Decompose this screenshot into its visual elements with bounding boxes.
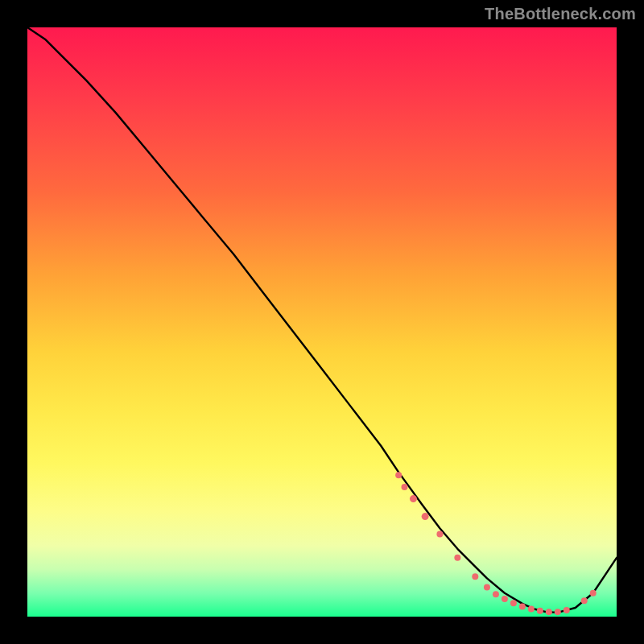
data-marker xyxy=(484,584,490,590)
data-marker xyxy=(422,513,429,520)
chart-svg xyxy=(27,27,617,617)
data-marker xyxy=(564,607,570,613)
data-marker xyxy=(590,590,597,597)
data-marker xyxy=(502,596,508,602)
data-marker xyxy=(581,597,588,604)
chart-frame: TheBottleneck.com xyxy=(0,0,644,644)
watermark-text: TheBottleneck.com xyxy=(485,5,636,23)
data-marker xyxy=(519,604,526,610)
data-marker xyxy=(555,609,561,615)
data-marker xyxy=(410,495,417,502)
data-marker xyxy=(493,591,499,597)
data-marker xyxy=(454,555,460,561)
data-marker xyxy=(546,609,552,615)
data-marker xyxy=(436,531,443,538)
data-marker xyxy=(395,472,402,478)
data-marker xyxy=(528,605,535,612)
data-marker xyxy=(510,600,517,606)
data-marker xyxy=(537,608,543,614)
data-marker xyxy=(401,484,407,490)
plot-area xyxy=(27,27,617,617)
data-marker xyxy=(472,573,478,580)
bottleneck-curve xyxy=(27,27,617,613)
curve-markers xyxy=(395,472,597,615)
